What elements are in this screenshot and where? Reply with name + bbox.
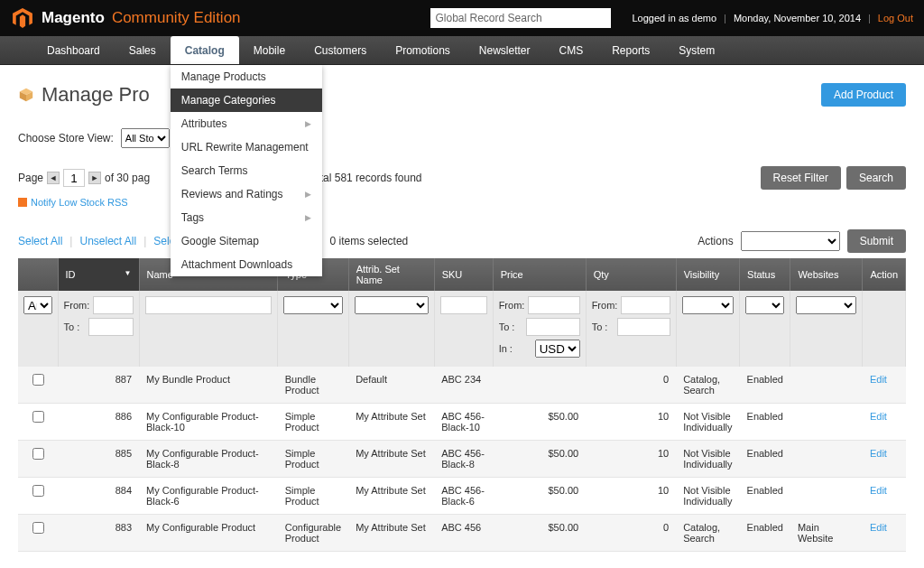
- col-websites[interactable]: Websites: [790, 258, 863, 291]
- page-number-input[interactable]: [63, 169, 85, 187]
- id-from-label: From:: [64, 300, 90, 311]
- cell-visibility: Catalog, Search: [676, 515, 739, 552]
- row-checkbox[interactable]: [32, 411, 44, 423]
- col-price[interactable]: Price: [493, 258, 586, 291]
- currency-select[interactable]: USD: [535, 340, 580, 358]
- cell-attrib: My Attribute Set: [348, 441, 434, 478]
- nav-item-mobile[interactable]: Mobile: [239, 36, 300, 64]
- price-to-input[interactable]: [526, 318, 580, 336]
- submit-button[interactable]: Submit: [847, 229, 906, 253]
- store-view-select[interactable]: All Sto: [121, 128, 170, 148]
- dropdown-item-reviews-and-ratings[interactable]: Reviews and Ratings▶: [171, 182, 322, 206]
- nav-item-dashboard[interactable]: Dashboard: [32, 36, 115, 64]
- type-filter-select[interactable]: [283, 296, 342, 314]
- cell-id: 883: [58, 515, 139, 552]
- cell-qty: 0: [586, 515, 676, 552]
- logout-link[interactable]: Log Out: [878, 13, 913, 23]
- dropdown-item-attributes[interactable]: Attributes▶: [171, 112, 322, 135]
- chevron-right-icon: ▶: [305, 213, 311, 222]
- row-checkbox[interactable]: [32, 485, 44, 497]
- col-attrib-set[interactable]: Attrib. Set Name: [348, 258, 434, 291]
- unselect-all-link[interactable]: Unselect All: [79, 235, 136, 247]
- col-sku[interactable]: SKU: [434, 258, 493, 291]
- table-row[interactable]: 884My Configurable Product-Black-6Simple…: [18, 478, 906, 515]
- cell-type: Simple Product: [278, 441, 348, 478]
- selection-row: Select All | Unselect All | Select Visib…: [18, 229, 906, 253]
- status-filter-select[interactable]: [745, 296, 784, 314]
- nav-item-sales[interactable]: Sales: [115, 36, 171, 64]
- row-checkbox[interactable]: [32, 522, 44, 534]
- add-product-button[interactable]: Add Product: [821, 83, 906, 107]
- nav-item-promotions[interactable]: Promotions: [381, 36, 465, 64]
- cell-name: My Configurable Product-Black-10: [139, 404, 278, 441]
- mass-action-select[interactable]: [741, 231, 840, 251]
- logged-in-user: demo: [692, 13, 717, 23]
- magento-logo-icon: [11, 6, 34, 30]
- dropdown-item-google-sitemap[interactable]: Google Sitemap: [171, 229, 322, 253]
- cell-qty: 10: [586, 441, 676, 478]
- edit-link[interactable]: Edit: [870, 522, 887, 533]
- cell-status: Enabled: [740, 478, 790, 515]
- table-row[interactable]: 885My Configurable Product-Black-8Simple…: [18, 441, 906, 478]
- nav-item-catalog[interactable]: CatalogManage ProductsManage CategoriesA…: [171, 36, 239, 64]
- prev-page-button[interactable]: ◄: [47, 172, 60, 184]
- qty-to-input[interactable]: [617, 318, 670, 336]
- cell-id: 884: [58, 478, 139, 515]
- cell-type: Simple Product: [278, 404, 348, 441]
- sku-filter-input[interactable]: [440, 296, 487, 314]
- id-from-input[interactable]: [93, 296, 133, 314]
- dropdown-item-manage-categories[interactable]: Manage Categories: [171, 88, 322, 112]
- dropdown-item-attachment-downloads[interactable]: Attachment Downloads: [171, 253, 322, 276]
- edition-label: Community Edition: [112, 9, 241, 27]
- websites-filter-select[interactable]: [796, 296, 856, 314]
- id-to-input[interactable]: [88, 318, 134, 336]
- table-row[interactable]: 887My Bundle ProductBundle ProductDefaul…: [18, 367, 906, 404]
- logo[interactable]: Magento Community Edition: [11, 6, 241, 30]
- nav-item-reports[interactable]: Reports: [597, 36, 664, 64]
- edit-link[interactable]: Edit: [870, 374, 887, 385]
- page-title-row: Manage Pro Add Product: [18, 83, 906, 107]
- cell-status: Enabled: [740, 441, 790, 478]
- row-checkbox[interactable]: [32, 448, 44, 460]
- nav-item-cms[interactable]: CMS: [545, 36, 598, 64]
- reset-filter-button[interactable]: Reset Filter: [761, 166, 841, 190]
- low-stock-rss-link[interactable]: Notify Low Stock RSS: [31, 197, 128, 208]
- nav-item-newsletter[interactable]: Newsletter: [465, 36, 545, 64]
- cell-attrib: My Attribute Set: [348, 404, 434, 441]
- nav-item-customers[interactable]: Customers: [300, 36, 381, 64]
- col-qty[interactable]: Qty: [586, 258, 676, 291]
- search-button[interactable]: Search: [846, 166, 906, 190]
- col-visibility[interactable]: Visibility: [676, 258, 739, 291]
- edit-link[interactable]: Edit: [870, 448, 887, 459]
- catalog-dropdown: Manage ProductsManage CategoriesAttribut…: [171, 65, 322, 276]
- cell-id: 885: [58, 441, 139, 478]
- price-from-input[interactable]: [528, 296, 579, 314]
- cell-websites: [790, 478, 863, 515]
- cell-type: Configurable Product: [278, 515, 348, 552]
- mass-filter-select[interactable]: Any: [23, 296, 52, 314]
- next-page-button[interactable]: ►: [88, 172, 101, 184]
- table-row[interactable]: 886My Configurable Product-Black-10Simpl…: [18, 404, 906, 441]
- global-search-input[interactable]: [430, 8, 611, 28]
- dropdown-item-manage-products[interactable]: Manage Products: [171, 65, 322, 88]
- row-checkbox[interactable]: [32, 374, 44, 386]
- cell-status: Enabled: [740, 515, 790, 552]
- nav-item-system[interactable]: System: [664, 36, 729, 64]
- dropdown-item-search-terms[interactable]: Search Terms: [171, 159, 322, 182]
- dropdown-item-url-rewrite-management[interactable]: URL Rewrite Management: [171, 135, 322, 159]
- select-all-link[interactable]: Select All: [18, 235, 62, 247]
- table-row[interactable]: 883My Configurable ProductConfigurable P…: [18, 515, 906, 552]
- dropdown-item-tags[interactable]: Tags▶: [171, 206, 322, 229]
- edit-link[interactable]: Edit: [870, 411, 887, 422]
- cell-visibility: Not Visible Individually: [676, 478, 739, 515]
- total-pages-text: of 30 pag: [105, 172, 150, 184]
- qty-from-input[interactable]: [621, 296, 670, 314]
- col-id[interactable]: ID▼: [58, 258, 139, 291]
- cell-websites: [790, 367, 863, 404]
- attrib-filter-select[interactable]: [355, 296, 429, 314]
- visibility-filter-select[interactable]: [682, 296, 734, 314]
- cell-type: Simple Product: [278, 478, 348, 515]
- col-status[interactable]: Status: [740, 258, 790, 291]
- name-filter-input[interactable]: [145, 296, 273, 314]
- edit-link[interactable]: Edit: [870, 485, 887, 496]
